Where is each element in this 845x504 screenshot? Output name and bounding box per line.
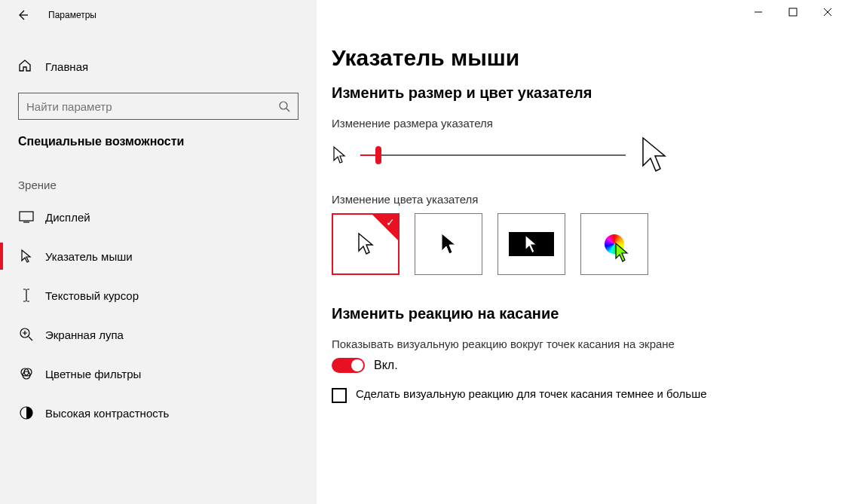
sidebar-item-home[interactable]: Главная bbox=[0, 53, 317, 81]
sidebar-item-high-contrast[interactable]: Высокая контрастность bbox=[0, 393, 317, 432]
pointer-size-slider-row bbox=[332, 136, 830, 175]
section-heading-touch: Изменить реакцию на касание bbox=[332, 305, 830, 322]
nav-label: Высокая контрастность bbox=[45, 407, 169, 420]
pointer-color-white[interactable]: ✓ bbox=[332, 213, 400, 275]
sidebar-item-text-cursor[interactable]: Текстовый курсор bbox=[0, 276, 317, 315]
window-controls bbox=[741, 0, 845, 24]
svg-rect-1 bbox=[20, 212, 33, 221]
back-button[interactable] bbox=[12, 5, 33, 26]
maximize-icon bbox=[788, 8, 798, 17]
sidebar-item-display[interactable]: Дисплей bbox=[0, 197, 317, 237]
magnifier-icon bbox=[18, 327, 35, 342]
size-label: Изменение размера указателя bbox=[332, 117, 830, 130]
cursor-small-icon bbox=[332, 145, 347, 165]
search-box[interactable] bbox=[18, 93, 299, 120]
toggle-state-label: Вкл. bbox=[374, 359, 398, 372]
touch-feedback-toggle[interactable] bbox=[332, 358, 365, 373]
touch-desc: Показывать визуальную реакцию вокруг точ… bbox=[332, 338, 830, 350]
cursor-color-icon bbox=[614, 242, 630, 263]
sidebar-item-magnifier[interactable]: Экранная лупа bbox=[0, 315, 317, 354]
checkbox-label: Сделать визуальную реакцию для точек кас… bbox=[356, 386, 707, 402]
nav-label: Текстовый курсор bbox=[45, 289, 139, 302]
minimize-button[interactable] bbox=[741, 0, 776, 24]
text-cursor-icon bbox=[18, 288, 35, 303]
sidebar-item-mouse-pointer[interactable]: Указатель мыши bbox=[0, 237, 317, 276]
main-content: Указатель мыши Изменить размер и цвет ук… bbox=[317, 0, 845, 504]
pointer-color-black[interactable] bbox=[415, 213, 482, 275]
home-label: Главная bbox=[45, 60, 88, 73]
checkbox[interactable] bbox=[332, 388, 347, 403]
close-button[interactable] bbox=[810, 0, 845, 24]
section-title: Специальные возможности bbox=[0, 120, 317, 156]
pointer-color-custom[interactable] bbox=[580, 213, 648, 275]
page-title: Указатель мыши bbox=[332, 45, 830, 71]
pointer-size-slider[interactable] bbox=[360, 154, 626, 156]
app-title: Параметры bbox=[48, 10, 96, 20]
inverted-bg bbox=[509, 232, 554, 256]
nav-label: Дисплей bbox=[45, 211, 90, 224]
svg-rect-7 bbox=[789, 8, 797, 16]
color-label: Изменение цвета указателя bbox=[332, 193, 830, 206]
maximize-button[interactable] bbox=[776, 0, 810, 24]
home-icon bbox=[18, 59, 32, 75]
search-input[interactable] bbox=[26, 100, 278, 113]
slider-thumb[interactable] bbox=[375, 146, 381, 164]
svg-point-0 bbox=[280, 102, 287, 109]
sidebar-item-color-filters[interactable]: Цветные фильтры bbox=[0, 354, 317, 393]
cursor-large-icon bbox=[639, 136, 669, 175]
group-label: Зрение bbox=[0, 156, 317, 197]
color-filters-icon bbox=[18, 366, 35, 381]
cursor-inverted-icon bbox=[523, 234, 540, 255]
nav-label: Цветные фильтры bbox=[45, 368, 141, 380]
pointer-color-options: ✓ bbox=[332, 213, 830, 275]
high-contrast-icon bbox=[18, 406, 35, 420]
touch-feedback-darker-row[interactable]: Сделать визуальную реакцию для точек кас… bbox=[332, 386, 754, 403]
titlebar: Параметры bbox=[0, 0, 317, 30]
nav-label: Указатель мыши bbox=[45, 250, 133, 263]
pointer-icon bbox=[18, 249, 35, 264]
check-icon: ✓ bbox=[386, 216, 395, 228]
minimize-icon bbox=[754, 8, 763, 17]
cursor-black-icon bbox=[439, 231, 458, 257]
sidebar: Параметры Главная Специальные возможност… bbox=[0, 0, 317, 504]
arrow-left-icon bbox=[17, 9, 29, 21]
section-heading: Изменить размер и цвет указателя bbox=[332, 84, 830, 102]
close-icon bbox=[823, 8, 832, 17]
pointer-color-inverted[interactable] bbox=[498, 213, 565, 275]
display-icon bbox=[18, 211, 35, 223]
touch-feedback-toggle-row: Вкл. bbox=[332, 358, 830, 373]
search-icon bbox=[278, 100, 290, 112]
nav-label: Экранная лупа bbox=[45, 328, 124, 341]
